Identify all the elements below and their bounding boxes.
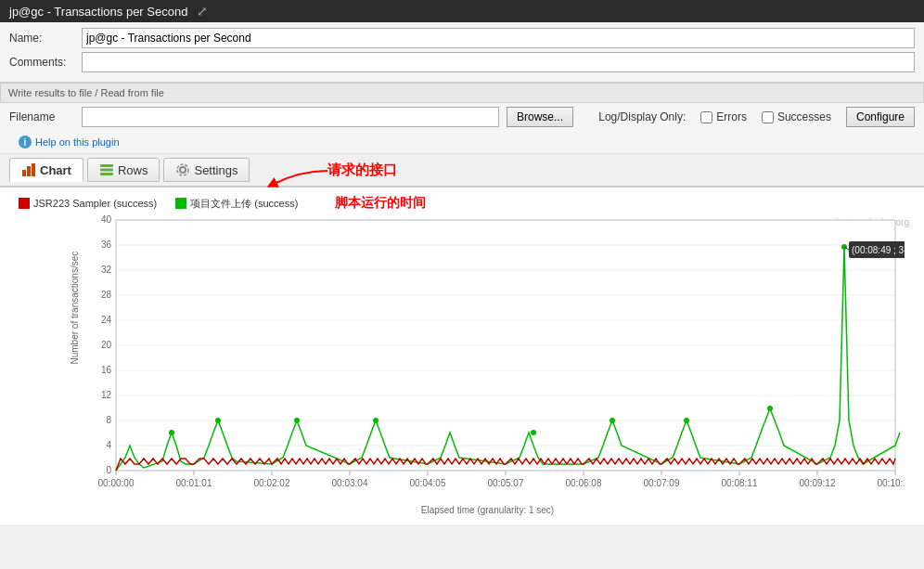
svg-point-60 [684,418,689,423]
filename-row: Filename Browse... Log/Display Only: Err… [0,103,924,131]
x-axis: 00:00:00 00:01:01 00:02:02 00:03:04 00:0… [98,478,905,488]
chart-area-wrapper: Number of transactions/sec 0 4 8 [70,215,905,503]
svg-point-61 [767,406,773,411]
x-ticks [116,471,895,475]
successes-label: Successes [777,110,831,123]
annotation-time: 脚本运行的时间 [335,195,426,210]
help-link-text: Help on this plugin [35,136,120,148]
write-results-label: Write results to file / Read from file [8,87,164,98]
svg-text:00:07:09: 00:07:09 [644,478,680,488]
chart-container: JSR223 Sampler (success) 项目文件上传 (success… [0,188,924,524]
legend-upload-color [175,198,186,209]
browse-button[interactable]: Browse... [507,107,573,127]
svg-rect-4 [100,169,113,172]
comments-row: Comments: [9,52,915,72]
svg-text:40: 40 [101,215,112,225]
svg-text:20: 20 [101,340,112,350]
svg-point-56 [294,418,300,423]
write-results-section: Write results to file / Read from file [0,83,924,103]
chart-wrapper: Number of transactions/sec 0 4 8 [70,215,905,515]
svg-point-59 [610,418,615,423]
name-row: Name: [9,28,915,48]
svg-text:16: 16 [101,365,112,375]
svg-text:00:03:04: 00:03:04 [332,478,368,488]
successes-checkbox[interactable] [762,111,774,123]
name-input[interactable] [82,28,915,48]
form-section: Name: Comments: [0,22,924,83]
tabs-bar: Chart Rows Settings 请求的接口 [0,154,924,188]
svg-text:8: 8 [106,415,111,425]
comments-input[interactable] [82,52,915,72]
errors-checkbox[interactable] [700,111,712,123]
tab-settings-label: Settings [194,163,237,177]
tab-chart[interactable]: Chart [9,158,83,182]
svg-text:28: 28 [101,290,112,300]
svg-text:00:00:00: 00:00:00 [98,478,135,488]
legend-upload: 项目文件上传 (success) [175,197,298,211]
svg-text:0: 0 [106,465,111,475]
chart-tab-icon [21,162,36,177]
svg-point-6 [180,167,186,173]
svg-rect-0 [22,170,26,176]
x-axis-label: Elapsed time (granularity: 1 sec) [70,505,905,515]
tab-rows[interactable]: Rows [87,158,160,182]
rows-tab-icon [99,162,114,177]
svg-text:36: 36 [101,239,112,250]
comments-label: Comments: [9,56,74,69]
tooltip-text: (00:08:49 ; 34.2) [852,245,905,255]
svg-text:4: 4 [106,440,111,450]
svg-rect-2 [32,163,35,176]
tab-chart-label: Chart [40,163,71,177]
filename-label: Filename [9,110,74,123]
svg-point-54 [169,430,174,435]
filename-input[interactable] [82,107,499,127]
help-section: i Help on this plugin [0,131,924,154]
settings-tab-icon [175,162,190,177]
configure-button[interactable]: Configure [846,107,915,127]
successes-checkbox-label[interactable]: Successes [762,110,831,123]
svg-rect-5 [100,173,113,175]
svg-text:24: 24 [101,315,112,325]
errors-checkbox-label[interactable]: Errors [700,110,747,123]
svg-point-55 [215,418,221,423]
chart-svg: 0 4 8 12 16 20 [70,215,905,503]
svg-point-58 [531,430,536,435]
svg-text:00:09:12: 00:09:12 [800,478,836,488]
legend-jsr223-color [19,198,30,209]
svg-text:00:10:14: 00:10:14 [878,478,905,488]
svg-text:00:08:11: 00:08:11 [722,478,758,488]
svg-text:12: 12 [101,390,112,400]
window-title: jp@gc - Transactions per Second [9,5,187,19]
annotation-interface: 请求的接口 [327,162,397,177]
svg-text:00:02:02: 00:02:02 [254,478,290,488]
title-bar: jp@gc - Transactions per Second ⤢ [0,0,924,22]
svg-point-7 [177,164,188,175]
chart-legend: JSR223 Sampler (success) 项目文件上传 (success… [9,195,915,212]
y-axis-label: Number of transactions/sec [70,252,80,365]
svg-text:00:06:08: 00:06:08 [566,478,602,488]
svg-text:32: 32 [101,265,112,275]
log-display-group: Log/Display Only: Errors Successes Confi… [598,107,915,127]
expand-icon[interactable]: ⤢ [197,4,208,19]
name-label: Name: [9,32,74,45]
legend-upload-label: 项目文件上传 (success) [190,197,298,211]
log-display-label: Log/Display Only: [598,110,686,123]
info-icon: i [19,136,32,149]
errors-label: Errors [716,110,747,123]
svg-point-57 [373,418,379,423]
svg-rect-1 [27,166,31,176]
help-link[interactable]: i Help on this plugin [9,134,915,150]
svg-text:00:04:05: 00:04:05 [410,478,446,488]
legend-jsr223-label: JSR223 Sampler (success) [33,198,157,209]
tab-rows-label: Rows [118,163,148,177]
legend-jsr223: JSR223 Sampler (success) [19,198,157,209]
svg-text:00:05:07: 00:05:07 [488,478,524,488]
svg-rect-3 [100,164,113,167]
svg-text:00:01:01: 00:01:01 [176,478,212,488]
tab-settings[interactable]: Settings [163,158,250,182]
